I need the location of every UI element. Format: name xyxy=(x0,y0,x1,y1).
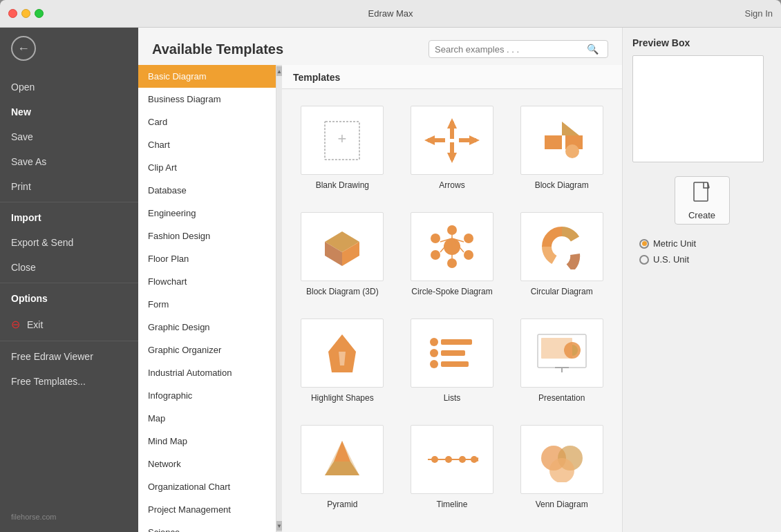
maximize-window-button[interactable] xyxy=(35,9,44,18)
category-item-infographic[interactable]: Infographic xyxy=(138,384,276,407)
category-item-chart[interactable]: Chart xyxy=(138,133,276,156)
category-item-project-management[interactable]: Project Management xyxy=(138,498,276,521)
template-card-block-3d[interactable]: Block Diagram (3D) xyxy=(293,207,392,302)
sidebar-item-free-viewer[interactable]: Free Edraw Viewer xyxy=(0,344,138,369)
template-name-lists: Lists xyxy=(444,393,461,403)
sidebar-item-save[interactable]: Save xyxy=(0,124,138,149)
category-item-industrial-automation[interactable]: Industrial Automation xyxy=(138,361,276,384)
svg-point-36 xyxy=(430,360,438,368)
category-item-mind-map[interactable]: Mind Map xyxy=(138,430,276,453)
category-item-graphic-design[interactable]: Graphic Design xyxy=(138,316,276,339)
sidebar-item-free-templates[interactable]: Free Templates... xyxy=(0,369,138,394)
template-card-presentation[interactable]: Presentation xyxy=(512,313,611,408)
preview-box-title: Preview Box xyxy=(632,37,771,48)
sidebar-item-import[interactable]: Import xyxy=(0,205,138,230)
metric-label: Metric Unit xyxy=(653,238,696,249)
category-item-flowchart[interactable]: Flowchart xyxy=(138,270,276,293)
category-item-organizational-chart[interactable]: Organizational Chart xyxy=(138,475,276,498)
create-label: Create xyxy=(688,210,715,220)
create-button[interactable]: Create xyxy=(675,176,730,225)
window-title: Edraw Max xyxy=(368,8,413,19)
template-name-arrows: Arrows xyxy=(439,180,464,190)
category-scrollbar: ▲ ▼ xyxy=(276,65,282,532)
template-card-circular[interactable]: Circular Diagram xyxy=(512,207,611,302)
sidebar-label-options: Options xyxy=(11,293,48,304)
sign-in-area: Sign In xyxy=(745,7,773,19)
sidebar-label-save-as: Save As xyxy=(11,156,46,167)
category-panel: Basic DiagramBusiness DiagramCardChartCl… xyxy=(138,65,282,532)
template-card-venn[interactable]: Venn Diagram xyxy=(512,419,611,515)
sidebar-item-exit[interactable]: ⊖ Exit xyxy=(0,311,138,338)
category-item-clip-art[interactable]: Clip Art xyxy=(138,156,276,179)
category-item-fashion-design[interactable]: Fashion Design xyxy=(138,225,276,247)
template-name-circle-spoke: Circle-Spoke Diagram xyxy=(411,287,492,296)
sidebar-label-free-viewer: Free Edraw Viewer xyxy=(11,351,93,362)
sidebar-nav: Open New Save Save As Print Import Expor… xyxy=(0,69,138,507)
template-thumb-blank: + xyxy=(301,106,384,175)
svg-marker-5 xyxy=(447,153,457,163)
svg-point-23 xyxy=(431,234,440,243)
sidebar-item-save-as[interactable]: Save As xyxy=(0,149,138,174)
exit-icon: ⊖ xyxy=(11,318,20,331)
category-item-basic-diagram[interactable]: Basic Diagram xyxy=(138,65,276,88)
sidebar-item-new[interactable]: New xyxy=(0,99,138,124)
svg-marker-7 xyxy=(424,135,435,145)
traffic-lights xyxy=(8,9,44,18)
template-card-pyramid[interactable]: Pyramid xyxy=(293,419,392,515)
category-item-floor-plan[interactable]: Floor Plan xyxy=(138,247,276,270)
svg-point-18 xyxy=(447,225,457,235)
template-thumb-block-3d xyxy=(301,212,384,281)
category-item-engineering[interactable]: Engineering xyxy=(138,202,276,225)
svg-point-22 xyxy=(431,250,440,260)
sidebar-item-options[interactable]: Options xyxy=(0,286,138,311)
svg-point-32 xyxy=(430,338,438,346)
template-card-blank[interactable]: +Blank Drawing xyxy=(293,100,392,196)
search-input[interactable] xyxy=(435,44,587,55)
metric-radio[interactable] xyxy=(639,239,649,249)
sidebar-label-save: Save xyxy=(11,131,33,142)
category-item-database[interactable]: Database xyxy=(138,179,276,202)
svg-marker-10 xyxy=(562,122,579,135)
template-card-arrows[interactable]: Arrows xyxy=(403,100,502,196)
search-button[interactable]: 🔍 xyxy=(587,44,599,55)
template-card-circle-spoke[interactable]: Circle-Spoke Diagram xyxy=(403,207,502,302)
category-list: Basic DiagramBusiness DiagramCardChartCl… xyxy=(138,65,276,532)
template-name-venn: Venn Diagram xyxy=(536,500,588,509)
sidebar-item-close[interactable]: Close xyxy=(0,255,138,280)
sidebar-footer: filehorse.com xyxy=(0,507,138,532)
metric-radio-selected xyxy=(642,241,647,246)
close-window-button[interactable] xyxy=(8,9,17,18)
sign-in-button[interactable]: Sign In xyxy=(745,8,773,19)
template-card-highlight-shapes[interactable]: Highlight Shapes xyxy=(293,313,392,408)
us-radio[interactable] xyxy=(639,255,649,265)
us-unit-option[interactable]: U.S. Unit xyxy=(639,254,771,265)
sidebar-item-open[interactable]: Open xyxy=(0,75,138,99)
svg-point-20 xyxy=(464,250,473,260)
category-item-network[interactable]: Network xyxy=(138,453,276,475)
category-item-business-diagram[interactable]: Business Diagram xyxy=(138,88,276,111)
unit-options: Metric Unit U.S. Unit xyxy=(632,238,771,265)
minimize-window-button[interactable] xyxy=(21,9,30,18)
sidebar-item-print[interactable]: Print xyxy=(0,174,138,199)
template-thumb-block-diagram xyxy=(520,106,603,175)
title-bar: Edraw Max Sign In xyxy=(0,0,781,28)
template-card-lists[interactable]: Lists xyxy=(403,313,502,408)
metric-unit-option[interactable]: Metric Unit xyxy=(639,238,771,249)
category-item-graphic-organizer[interactable]: Graphic Organizer xyxy=(138,339,276,361)
back-button[interactable]: ← xyxy=(11,36,36,61)
templates-area: Templates +Blank Drawing Arrows Block Di… xyxy=(282,65,622,532)
category-item-map[interactable]: Map xyxy=(138,407,276,430)
category-item-science[interactable]: Science xyxy=(138,521,276,532)
template-card-timeline[interactable]: Timeline xyxy=(403,419,502,515)
sidebar-divider-2 xyxy=(0,283,138,283)
category-scroll-up[interactable]: ▲ xyxy=(276,66,282,76)
category-item-card[interactable]: Card xyxy=(138,111,276,133)
template-card-block-diagram[interactable]: Block Diagram xyxy=(512,100,611,196)
category-item-form[interactable]: Form xyxy=(138,293,276,316)
sidebar-item-export-send[interactable]: Export & Send xyxy=(0,230,138,255)
template-thumb-presentation xyxy=(520,319,603,388)
template-thumb-pyramid xyxy=(301,425,384,494)
sidebar-label-new: New xyxy=(11,106,31,117)
templates-grid: +Blank Drawing Arrows Block Diagram Bloc… xyxy=(293,100,611,515)
category-scroll-down[interactable]: ▼ xyxy=(276,521,282,531)
